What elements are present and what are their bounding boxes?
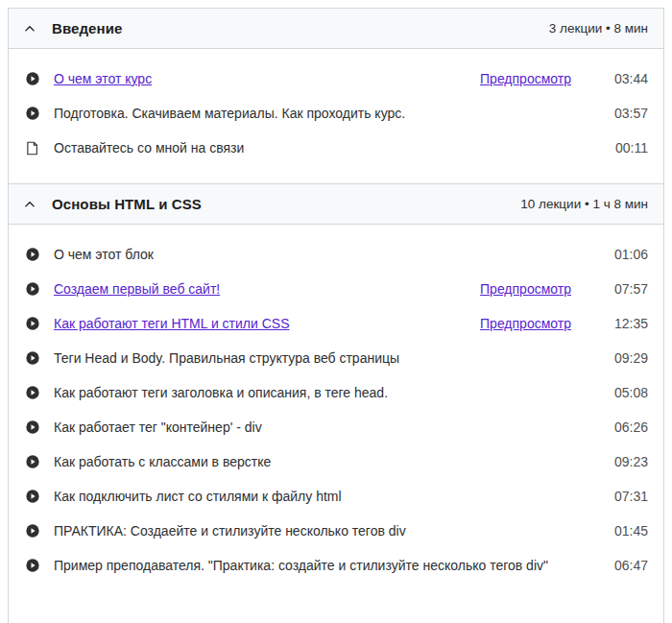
lecture-duration: 12:35: [606, 314, 648, 334]
curriculum-section: Основы HTML и CSS 10 лекции • 1 ч 8 мин …: [9, 183, 663, 601]
lecture-row[interactable]: О чем этот блок 01:06: [9, 238, 663, 273]
lecture-duration: 05:08: [606, 383, 648, 403]
lecture-title: О чем этот блок: [54, 245, 606, 265]
lecture-title: Как подключить лист со стилями к файлу h…: [54, 487, 606, 507]
lecture-title: Пример преподавателя. "Практика: создайт…: [54, 556, 606, 576]
lecture-row[interactable]: Пример преподавателя. "Практика: создайт…: [9, 549, 663, 584]
play-circle-icon: [26, 420, 39, 434]
lecture-title: Как работает тег "контейнер' - div: [54, 418, 606, 438]
lecture-row[interactable]: Как работает тег "контейнер' - div 06:26: [9, 411, 663, 445]
play-circle-icon: [26, 248, 39, 261]
lecture-row[interactable]: Теги Head и Body. Правильная структура в…: [9, 342, 663, 376]
lecture-duration: 06:26: [606, 418, 648, 438]
lecture-row[interactable]: Как работать с классами в верстке 09:23: [9, 445, 663, 480]
play-circle-icon: [26, 282, 39, 296]
preview-link[interactable]: Предпросмотр: [480, 69, 571, 89]
play-circle-icon: [26, 524, 39, 538]
lecture-row[interactable]: Как работают теги HTML и стили CSS Предп…: [9, 307, 663, 342]
chevron-up-icon: [24, 23, 36, 35]
play-circle-icon: [26, 455, 39, 468]
section-title: Введение: [52, 20, 549, 36]
lecture-duration: 09:23: [606, 452, 648, 472]
lecture-title: Как работать с классами в верстке: [54, 452, 606, 472]
lecture-row[interactable]: О чем этот курс Предпросмотр 03:44: [9, 62, 663, 97]
play-circle-icon: [26, 72, 39, 85]
play-circle-icon: [26, 351, 39, 365]
lecture-duration: 01:45: [606, 521, 648, 541]
section-meta: 3 лекции • 8 мин: [549, 21, 648, 36]
lecture-duration: 06:47: [606, 556, 648, 576]
lecture-title[interactable]: Создаем первый веб сайт!: [54, 279, 480, 300]
lecture-row[interactable]: ПРАКТИКА: Создаейте и стилизуйте несколь…: [9, 515, 663, 549]
section-items: О чем этот блок 01:06 Создаем первый веб…: [9, 225, 663, 601]
lecture-row[interactable]: Как подключить лист со стилями к файлу h…: [9, 480, 663, 515]
lecture-row[interactable]: Создаем первый веб сайт! Предпросмотр 07…: [9, 273, 663, 307]
section-items: О чем этот курс Предпросмотр 03:44 Подго…: [9, 49, 663, 183]
lecture-row[interactable]: Оставайтесь со мной на связи 00:11: [9, 132, 663, 166]
lecture-duration: 03:57: [606, 104, 648, 124]
lecture-duration: 00:11: [606, 138, 648, 158]
section-header[interactable]: Основы HTML и CSS 10 лекции • 1 ч 8 мин: [9, 183, 663, 225]
preview-link[interactable]: Предпросмотр: [480, 279, 571, 300]
lecture-title[interactable]: Как работают теги HTML и стили CSS: [54, 314, 480, 334]
play-circle-icon: [26, 559, 39, 572]
lecture-duration: 07:57: [606, 279, 648, 300]
lecture-row[interactable]: Как работают теги заголовка и описания, …: [9, 376, 663, 411]
lecture-title: Как работают теги заголовка и описания, …: [54, 383, 606, 403]
lecture-title: Теги Head и Body. Правильная структура в…: [54, 348, 606, 369]
lecture-row[interactable]: Подготовка. Скачиваем материалы. Как про…: [9, 97, 663, 132]
preview-link[interactable]: Предпросмотр: [480, 314, 571, 334]
document-icon: [26, 141, 39, 156]
section-meta: 10 лекции • 1 ч 8 мин: [520, 197, 648, 211]
lecture-duration: 03:44: [606, 69, 648, 89]
section-title: Основы HTML и CSS: [52, 196, 520, 212]
section-header[interactable]: Введение 3 лекции • 8 мин: [9, 9, 663, 49]
lecture-duration: 01:06: [606, 245, 648, 265]
lecture-duration: 09:29: [606, 348, 648, 369]
play-circle-icon: [26, 386, 39, 399]
curriculum-section: Введение 3 лекции • 8 мин О чем этот кур…: [9, 9, 663, 183]
play-circle-icon: [26, 490, 39, 503]
play-circle-icon: [26, 107, 39, 120]
curriculum-panel: Введение 3 лекции • 8 мин О чем этот кур…: [8, 8, 664, 623]
lecture-title[interactable]: О чем этот курс: [54, 69, 480, 89]
lecture-title: ПРАКТИКА: Создаейте и стилизуйте несколь…: [54, 521, 606, 541]
lecture-title: Подготовка. Скачиваем материалы. Как про…: [54, 104, 606, 124]
chevron-up-icon: [24, 199, 36, 210]
lecture-duration: 07:31: [606, 487, 648, 507]
play-circle-icon: [26, 317, 39, 330]
lecture-title: Оставайтесь со мной на связи: [54, 138, 606, 158]
